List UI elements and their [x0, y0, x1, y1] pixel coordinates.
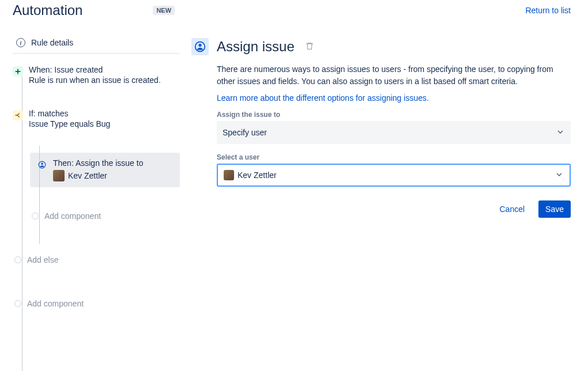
info-icon: i — [16, 38, 25, 47]
avatar — [224, 170, 234, 180]
panel-description: There are numerous ways to assign issues… — [217, 63, 571, 88]
trigger-step[interactable]: When: Issue created Rule is run when an … — [13, 65, 191, 85]
svg-point-3 — [199, 44, 202, 47]
plus-icon — [13, 66, 23, 77]
trigger-title: When: Issue created — [29, 65, 191, 74]
add-component-button-root[interactable]: Add component — [13, 299, 191, 308]
select-user-select[interactable]: Kev Zettler — [217, 164, 571, 187]
assignee-name: Kev Zettler — [68, 171, 107, 180]
page-title: Automation — [13, 2, 82, 18]
add-component-label: Add component — [27, 299, 84, 308]
assign-icon — [37, 160, 47, 170]
add-else-button[interactable]: Add else — [13, 255, 191, 264]
learn-more-link[interactable]: Learn more about the different options f… — [217, 93, 429, 103]
add-component-label: Add component — [44, 211, 101, 221]
assign-issue-icon — [191, 38, 209, 55]
select-user-label: Select a user — [217, 153, 571, 161]
action-step-selected[interactable]: Then: Assign the issue to Kev Zettler — [30, 153, 180, 187]
add-circle-icon — [14, 256, 21, 263]
condition-step[interactable]: If: matches Issue Type equals Bug — [13, 109, 191, 128]
action-title: Then: Assign the issue to — [53, 158, 173, 168]
avatar — [53, 170, 65, 181]
panel-title: Assign issue — [217, 39, 295, 55]
branch-icon — [13, 110, 23, 120]
cancel-button[interactable]: Cancel — [492, 200, 532, 218]
trash-icon[interactable] — [305, 41, 314, 52]
chevron-down-icon — [556, 127, 565, 138]
add-circle-icon — [32, 213, 39, 219]
add-component-button[interactable]: Add component — [30, 211, 191, 221]
assign-to-select[interactable]: Specify user — [217, 121, 571, 144]
add-circle-icon — [14, 300, 21, 307]
new-badge: NEW — [153, 6, 175, 15]
save-button[interactable]: Save — [538, 200, 571, 218]
chevron-down-icon — [555, 170, 564, 181]
add-else-label: Add else — [27, 255, 58, 264]
assign-to-value: Specify user — [223, 128, 267, 137]
flow-connector-line — [22, 77, 22, 371]
condition-title: If: matches — [29, 109, 191, 118]
select-user-value: Kev Zettler — [238, 171, 277, 180]
return-to-list-link[interactable]: Return to list — [525, 6, 571, 15]
assign-to-label: Assign the issue to — [217, 111, 571, 119]
trigger-subtitle: Rule is run when an issue is created. — [29, 75, 191, 85]
condition-subtitle: Issue Type equals Bug — [29, 119, 191, 128]
svg-point-1 — [41, 163, 43, 165]
rule-details-label: Rule details — [31, 38, 73, 47]
rule-details-item[interactable]: i Rule details — [13, 32, 180, 54]
